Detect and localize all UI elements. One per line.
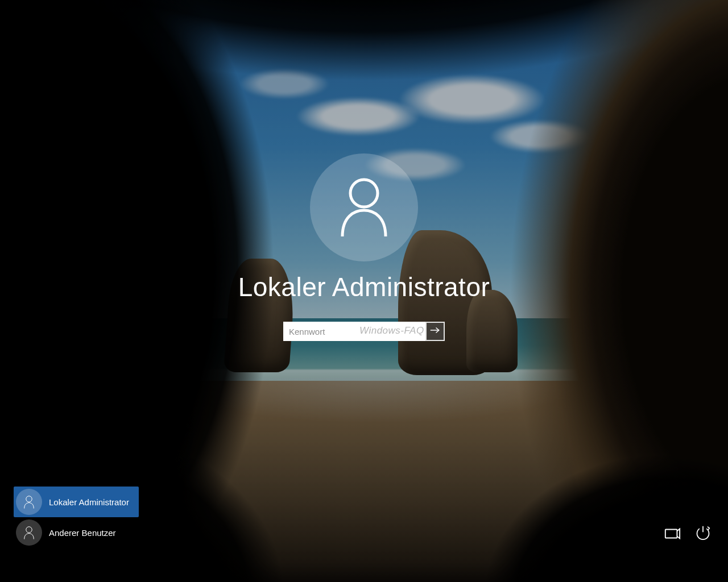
user-tile-lokaler-administrator[interactable]: Lokaler Administrator — [14, 487, 139, 517]
ease-of-access-icon — [664, 525, 681, 544]
user-tile-label: Lokaler Administrator — [49, 497, 129, 507]
submit-button[interactable] — [425, 322, 445, 341]
user-tile-anderer-benutzer[interactable]: Anderer Benutzer — [14, 517, 139, 548]
svg-rect-4 — [665, 529, 677, 538]
user-avatar — [310, 153, 418, 261]
login-panel: Lokaler Administrator Windows-FAQ — [193, 153, 535, 341]
user-switcher: Lokaler Administrator Anderer Benutzer — [14, 487, 139, 548]
power-icon — [695, 525, 711, 543]
display-name: Lokaler Administrator — [193, 272, 535, 302]
arrow-right-icon — [430, 326, 440, 336]
user-icon — [16, 489, 42, 515]
password-row: Windows-FAQ — [193, 322, 535, 341]
ease-of-access-button[interactable] — [663, 525, 681, 543]
svg-point-2 — [26, 496, 32, 502]
user-icon — [336, 175, 392, 240]
system-controls — [663, 525, 712, 543]
power-button[interactable] — [694, 525, 712, 543]
user-icon — [16, 519, 42, 546]
svg-point-3 — [26, 527, 32, 533]
svg-point-0 — [350, 180, 378, 207]
user-tile-label: Anderer Benutzer — [49, 528, 116, 538]
password-input[interactable] — [283, 322, 425, 341]
